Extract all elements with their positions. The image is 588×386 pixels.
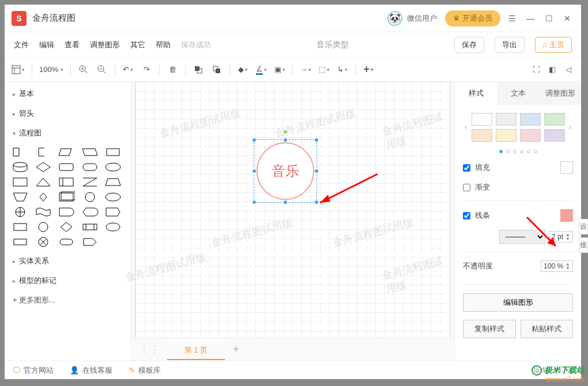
resize-handle[interactable]	[252, 138, 257, 142]
shape-item[interactable]	[80, 205, 100, 219]
paste-style-button[interactable]: 粘贴样式	[521, 320, 574, 338]
drag-handle-icon[interactable]: ⋮⋮	[135, 344, 165, 355]
side-tag-settings[interactable]: 设	[579, 219, 588, 234]
menu-edit[interactable]: 编辑	[39, 40, 54, 50]
fill-color[interactable]	[560, 161, 573, 174]
shape-item[interactable]	[103, 190, 123, 204]
line-style-select[interactable]: ────	[499, 230, 545, 244]
sidebar-cat-entity[interactable]: 实体关系	[5, 251, 131, 271]
panel-toggle-icon[interactable]: ◧	[544, 62, 560, 78]
collapse-icon[interactable]: ◁	[560, 62, 576, 78]
shape-item[interactable]	[10, 175, 30, 189]
menu-help[interactable]: 帮助	[156, 40, 171, 50]
sidebar-cat-model[interactable]: 模型的标记	[5, 271, 131, 290]
palette-prev[interactable]: ‹	[463, 123, 469, 131]
color-swatch[interactable]	[544, 113, 565, 126]
color-swatch[interactable]	[472, 129, 492, 142]
gradient-checkbox[interactable]	[463, 184, 470, 191]
shape-item[interactable]	[103, 175, 123, 189]
tab-style[interactable]: 样式	[455, 82, 497, 105]
color-swatch[interactable]	[544, 129, 565, 142]
zoom-select[interactable]: 100%▾	[37, 62, 66, 78]
redo-icon[interactable]: ↷	[138, 62, 154, 78]
shape-item[interactable]	[80, 145, 100, 159]
layout-tool[interactable]: ▾	[9, 62, 27, 78]
line-checkbox[interactable]	[463, 212, 470, 220]
fill-color-icon[interactable]: ◆▾	[235, 62, 251, 78]
vip-button[interactable]: ♛开通会员	[445, 10, 500, 27]
resize-handle[interactable]	[314, 169, 319, 173]
add-page-button[interactable]: +	[227, 343, 244, 355]
page-tab-1[interactable]: 第 1 页	[167, 339, 225, 360]
resize-handle[interactable]	[314, 138, 319, 142]
resize-handle[interactable]	[252, 169, 257, 173]
color-swatch[interactable]	[520, 129, 541, 142]
shape-item[interactable]	[10, 235, 30, 249]
delete-icon[interactable]: 🗑	[164, 62, 180, 78]
sidebar-more-shapes[interactable]: + 更多图形...	[5, 290, 131, 310]
line-color-icon[interactable]: ∠▾	[253, 62, 269, 78]
shape-item[interactable]	[56, 145, 76, 159]
shape-item[interactable]	[103, 145, 123, 159]
shape-item[interactable]	[33, 235, 53, 249]
shape-item[interactable]	[10, 160, 30, 174]
undo-icon[interactable]: ↶▾	[120, 62, 136, 78]
sidebar-cat-basic[interactable]: 基本	[5, 84, 131, 104]
color-swatch[interactable]	[496, 129, 517, 142]
resize-handle[interactable]	[283, 138, 288, 142]
footer-website[interactable]: 🖵官方网站	[13, 365, 54, 376]
shape-item[interactable]	[103, 160, 123, 174]
footer-support[interactable]: 👤在线客服	[70, 365, 112, 376]
shape-item[interactable]	[33, 175, 53, 189]
add-tool[interactable]: +▾	[360, 62, 376, 78]
footer-templates[interactable]: ✎模板库	[129, 365, 161, 376]
side-tag-connect[interactable]: 接	[579, 237, 588, 253]
shape-item[interactable]	[56, 205, 76, 219]
close-icon[interactable]: ✕	[560, 12, 574, 25]
opacity-down[interactable]: ▼	[566, 266, 570, 270]
connector-icon[interactable]: →▾	[297, 62, 314, 78]
shadow-icon[interactable]: ▣▾	[272, 62, 288, 78]
tab-text[interactable]: 文本	[497, 82, 539, 105]
shape-item[interactable]	[33, 160, 53, 174]
shape-item[interactable]	[56, 220, 76, 234]
shape-item[interactable]	[10, 190, 30, 204]
menu-file[interactable]: 文件	[14, 40, 29, 50]
shape-item[interactable]	[80, 190, 100, 204]
palette-next[interactable]: ›	[567, 123, 574, 131]
shape-item[interactable]	[103, 220, 123, 234]
shape-item[interactable]	[33, 190, 53, 204]
sidebar-cat-flowchart[interactable]: 流程图	[5, 123, 131, 143]
edit-shape-button[interactable]: 编辑图形	[463, 293, 573, 312]
zoom-out-icon[interactable]	[94, 62, 110, 78]
bring-front-icon[interactable]	[190, 62, 206, 78]
export-button[interactable]: 导出	[495, 37, 525, 53]
avatar[interactable]: 🐼	[387, 11, 402, 26]
shape-item[interactable]	[10, 205, 30, 219]
rotate-handle[interactable]	[283, 130, 288, 134]
shape-item[interactable]	[10, 220, 30, 234]
shape-item[interactable]	[80, 220, 100, 234]
selected-shape[interactable]: 音乐	[254, 139, 317, 203]
line-width-down[interactable]: ▼	[566, 237, 570, 241]
home-button[interactable]: ⌂主页	[535, 37, 572, 53]
color-swatch[interactable]	[472, 113, 492, 126]
color-swatch[interactable]	[496, 113, 517, 126]
maximize-icon[interactable]: ☐	[542, 12, 556, 25]
shape-item[interactable]	[56, 160, 76, 174]
route-icon[interactable]: ↳▾	[334, 62, 350, 78]
resize-handle[interactable]	[252, 200, 257, 205]
save-button[interactable]: 保存	[454, 37, 484, 53]
shape-item[interactable]	[10, 145, 30, 159]
tab-adjust[interactable]: 调整图形	[539, 82, 581, 105]
shape-item[interactable]	[33, 205, 53, 219]
zoom-in-icon[interactable]	[76, 62, 92, 78]
shape-item[interactable]	[33, 220, 53, 234]
waypoint-icon[interactable]: ⬚▾	[316, 62, 332, 78]
shape-item[interactable]	[80, 175, 100, 189]
shape-item[interactable]	[80, 160, 100, 174]
fullscreen-icon[interactable]: ⛶	[528, 62, 544, 78]
send-back-icon[interactable]	[209, 62, 225, 78]
menu-adjust[interactable]: 调整图形	[90, 40, 120, 50]
sidebar-cat-arrows[interactable]: 箭头	[5, 104, 131, 123]
